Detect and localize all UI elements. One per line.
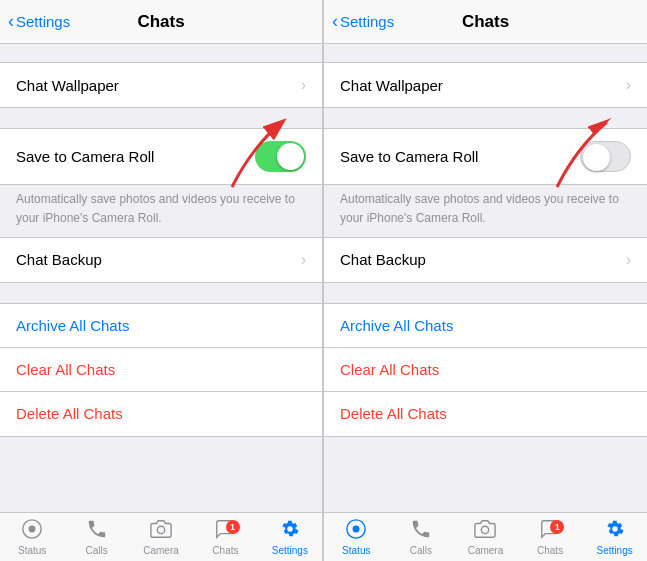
back-button-right[interactable]: ‹ Settings (332, 11, 394, 32)
tab-bar-left: Status Calls Camera (0, 512, 322, 561)
nav-bar-right: ‹ Settings Chats (324, 0, 647, 44)
back-chevron-icon: ‹ (8, 11, 14, 32)
settings-icon-right (604, 518, 626, 543)
svg-point-6 (354, 526, 360, 532)
status-icon-left (21, 518, 43, 543)
tab-status-right[interactable]: Status (324, 518, 389, 556)
status-label-left: Status (18, 545, 46, 556)
svg-point-7 (482, 526, 489, 533)
chats-badge-right: 1 (550, 520, 564, 534)
clear-item-left[interactable]: Clear All Chats (0, 348, 322, 392)
camera-roll-label-right: Save to Camera Roll (340, 148, 478, 165)
clear-label-left: Clear All Chats (16, 361, 115, 378)
settings-label-left: Settings (272, 545, 308, 556)
delete-item-right[interactable]: Delete All Chats (324, 392, 647, 436)
archive-item-left[interactable]: Archive All Chats (0, 304, 322, 348)
camera-roll-label-left: Save to Camera Roll (16, 148, 154, 165)
tab-chats-left[interactable]: 1 Chats (193, 518, 257, 556)
content-right: Chat Wallpaper › Save to Camera Roll Aut… (324, 44, 647, 512)
chats-label-left: Chats (212, 545, 238, 556)
archive-item-right[interactable]: Archive All Chats (324, 304, 647, 348)
calls-icon-right (410, 518, 432, 543)
camera-roll-desc-text-left: Automatically save photos and videos you… (16, 192, 295, 225)
calls-label-right: Calls (410, 545, 432, 556)
status-label-right: Status (342, 545, 370, 556)
actions-section-right: Archive All Chats Clear All Chats Delete… (324, 303, 647, 437)
camera-roll-toggle-right[interactable] (580, 141, 631, 172)
tab-bar-right: Status Calls Camera (324, 512, 647, 561)
tab-settings-right[interactable]: Settings (582, 518, 647, 556)
tab-status-left[interactable]: Status (0, 518, 64, 556)
tab-settings-left[interactable]: Settings (258, 518, 322, 556)
chevron-icon-right: › (626, 76, 631, 94)
calls-label-left: Calls (85, 545, 107, 556)
toggle-knob-right (583, 144, 610, 171)
archive-label-right: Archive All Chats (340, 317, 453, 334)
back-button-left[interactable]: ‹ Settings (8, 11, 70, 32)
camera-icon-right (474, 518, 496, 543)
tab-camera-left[interactable]: Camera (129, 518, 193, 556)
actions-section-left: Archive All Chats Clear All Chats Delete… (0, 303, 322, 437)
chat-wallpaper-item-right[interactable]: Chat Wallpaper › (324, 63, 647, 107)
settings-label-right: Settings (597, 545, 633, 556)
nav-title-right: Chats (462, 12, 509, 32)
calls-icon-left (86, 518, 108, 543)
toggle-knob-left (277, 143, 304, 170)
archive-label-left: Archive All Chats (16, 317, 129, 334)
chats-label-right: Chats (537, 545, 563, 556)
backup-section-left: Chat Backup › (0, 237, 322, 283)
delete-label-right: Delete All Chats (340, 405, 447, 422)
camera-icon-left (150, 518, 172, 543)
camera-roll-section-left: Save to Camera Roll (0, 128, 322, 185)
clear-item-right[interactable]: Clear All Chats (324, 348, 647, 392)
svg-point-2 (29, 526, 35, 532)
wallpaper-section-right: Chat Wallpaper › (324, 62, 647, 108)
chat-backup-label-right: Chat Backup (340, 251, 426, 268)
backup-chevron-left: › (301, 251, 306, 269)
chats-badge-left: 1 (226, 520, 240, 534)
camera-roll-section-right: Save to Camera Roll (324, 128, 647, 185)
status-icon-right (345, 518, 367, 543)
camera-label-right: Camera (468, 545, 504, 556)
camera-roll-toggle-left[interactable] (255, 141, 306, 172)
delete-item-left[interactable]: Delete All Chats (0, 392, 322, 436)
back-label-right: Settings (340, 13, 394, 30)
tab-calls-left[interactable]: Calls (64, 518, 128, 556)
chat-wallpaper-item-left[interactable]: Chat Wallpaper › (0, 63, 322, 107)
content-left: Chat Wallpaper › Save to Camera Roll Aut… (0, 44, 322, 512)
chat-backup-label-left: Chat Backup (16, 251, 102, 268)
left-panel: ‹ Settings Chats Chat Wallpaper › Save t… (0, 0, 323, 561)
camera-label-left: Camera (143, 545, 179, 556)
nav-title-left: Chats (137, 12, 184, 32)
camera-roll-desc-text-right: Automatically save photos and videos you… (340, 192, 619, 225)
tab-calls-right[interactable]: Calls (389, 518, 454, 556)
delete-label-left: Delete All Chats (16, 405, 123, 422)
chat-backup-item-right[interactable]: Chat Backup › (324, 238, 647, 282)
camera-roll-item-left: Save to Camera Roll (0, 129, 322, 184)
nav-bar-left: ‹ Settings Chats (0, 0, 322, 44)
backup-chevron-right: › (626, 251, 631, 269)
chat-wallpaper-label-left: Chat Wallpaper (16, 77, 119, 94)
settings-icon-left (279, 518, 301, 543)
back-label-left: Settings (16, 13, 70, 30)
camera-roll-desc-right: Automatically save photos and videos you… (324, 185, 647, 237)
svg-point-3 (157, 526, 164, 533)
clear-label-right: Clear All Chats (340, 361, 439, 378)
chat-backup-item-left[interactable]: Chat Backup › (0, 238, 322, 282)
tab-camera-right[interactable]: Camera (453, 518, 518, 556)
back-chevron-icon-right: ‹ (332, 11, 338, 32)
wallpaper-section-left: Chat Wallpaper › (0, 62, 322, 108)
backup-section-right: Chat Backup › (324, 237, 647, 283)
tab-chats-right[interactable]: 1 Chats (518, 518, 583, 556)
chat-wallpaper-label-right: Chat Wallpaper (340, 77, 443, 94)
camera-roll-desc-left: Automatically save photos and videos you… (0, 185, 322, 237)
camera-roll-item-right: Save to Camera Roll (324, 129, 647, 184)
chevron-icon-left: › (301, 76, 306, 94)
right-panel: ‹ Settings Chats Chat Wallpaper › Save t… (324, 0, 647, 561)
